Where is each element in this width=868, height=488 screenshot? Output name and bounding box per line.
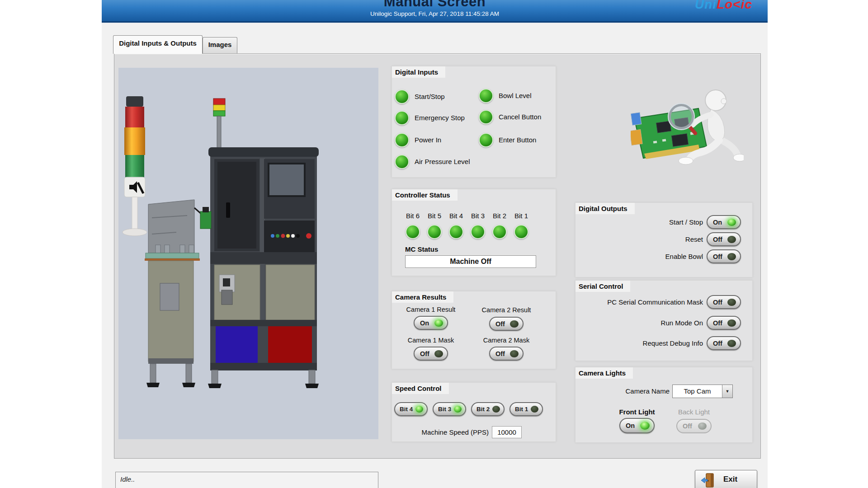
toggle-speed-bit4-label: Bit 4 bbox=[400, 406, 413, 413]
exit-button-label: Exit bbox=[723, 475, 737, 484]
toggle-camera2-mask-state: Off bbox=[495, 350, 505, 357]
page-title: Manual Screen bbox=[102, 0, 768, 10]
label-run-mode-on: Run Mode On bbox=[580, 319, 703, 327]
toggle-pc-serial-mask-led-icon bbox=[727, 299, 736, 306]
led-bit5 bbox=[427, 225, 442, 239]
toggle-request-debug-info[interactable]: Off bbox=[707, 336, 741, 350]
digital-outputs-group: Digital Outputs Start / Stop On Reset Of… bbox=[575, 202, 753, 277]
label-emergency-stop: Emergency Stop bbox=[415, 114, 465, 122]
label-output-reset: Reset bbox=[580, 235, 703, 243]
digital-inputs-title: Digital Inputs bbox=[392, 66, 445, 78]
toggle-output-reset[interactable]: Off bbox=[707, 232, 741, 246]
toggle-front-light[interactable]: On bbox=[619, 418, 655, 433]
led-emergency-stop bbox=[395, 111, 409, 125]
label-air-pressure: Air Pressure Level bbox=[415, 158, 470, 165]
tab-digital-inputs-outputs[interactable]: Digital Inputs & Outputs bbox=[113, 35, 203, 54]
toggle-output-enable-bowl[interactable]: Off bbox=[707, 249, 741, 263]
toggle-camera2-result[interactable]: Off bbox=[489, 317, 524, 331]
inspection-clipart-svg bbox=[631, 87, 744, 168]
toggle-speed-bit2-led-icon bbox=[492, 406, 500, 413]
exit-button[interactable]: Exit bbox=[695, 470, 757, 488]
machine-speed-input[interactable] bbox=[492, 426, 522, 438]
machine-beacon bbox=[213, 99, 225, 148]
toggle-camera1-mask[interactable]: Off bbox=[414, 347, 448, 361]
toggle-camera2-result-state: Off bbox=[495, 320, 505, 328]
toggle-front-light-state: On bbox=[626, 422, 635, 429]
status-bar: Idle.. bbox=[115, 472, 378, 488]
label-start-stop: Start/Stop bbox=[415, 93, 445, 100]
camera-name-label: Camera Name bbox=[579, 387, 670, 395]
toggle-camera2-mask[interactable]: Off bbox=[489, 347, 524, 361]
app-root: Manual Screen Unilogic Support, Fri, Apr… bbox=[0, 0, 868, 488]
unilogic-logo: UniLo<ic bbox=[695, 0, 752, 12]
toggle-speed-bit3[interactable]: Bit 3 bbox=[433, 402, 466, 416]
logo-part-blue: Uni bbox=[695, 0, 717, 11]
led-bowl-level bbox=[479, 89, 493, 103]
speed-control-title: Speed Control bbox=[392, 383, 449, 394]
toggle-output-reset-state: Off bbox=[713, 236, 722, 243]
tab-images[interactable]: Images bbox=[203, 37, 237, 54]
camera-name-value: Top Cam bbox=[673, 385, 722, 398]
toggle-speed-bit2-label: Bit 2 bbox=[476, 406, 490, 413]
serial-control-group: Serial Control PC Serial Communication M… bbox=[575, 280, 753, 361]
label-enter-button: Enter Button bbox=[499, 136, 536, 144]
camera-lights-group: Camera Lights Camera Name Top Cam ▼ Fron… bbox=[575, 367, 753, 443]
toggle-run-mode-on[interactable]: Off bbox=[707, 316, 741, 330]
label-cancel-button: Cancel Button bbox=[499, 113, 541, 121]
toggle-back-light-state: Off bbox=[683, 422, 692, 430]
machine-illustration bbox=[118, 68, 378, 439]
toggle-request-debug-info-state: Off bbox=[713, 340, 722, 347]
toggle-speed-bit3-led-icon bbox=[454, 406, 462, 413]
header-subtitle: Unilogic Support, Fri, Apr 27, 2018 11:4… bbox=[102, 10, 768, 17]
led-power-in bbox=[395, 133, 409, 147]
digital-outputs-title: Digital Outputs bbox=[576, 203, 635, 214]
label-camera2-mask: Camera 2 Mask bbox=[470, 337, 542, 344]
toggle-output-enable-bowl-state: Off bbox=[713, 253, 722, 260]
led-start-stop bbox=[395, 89, 409, 104]
camera-results-group: Camera Results Camera 1 Result Camera 2 … bbox=[392, 291, 556, 369]
mc-status-value: Machine Off bbox=[405, 255, 536, 268]
toggle-run-mode-on-state: Off bbox=[713, 319, 722, 327]
chevron-down-icon[interactable]: ▼ bbox=[722, 385, 732, 398]
toggle-output-start-stop[interactable]: On bbox=[707, 215, 741, 229]
label-power-in: Power In bbox=[415, 136, 441, 144]
toggle-camera1-result[interactable]: On bbox=[414, 316, 448, 330]
led-bit6 bbox=[406, 225, 420, 239]
label-camera2-result: Camera 2 Result bbox=[470, 306, 542, 314]
label-camera1-mask: Camera 1 Mask bbox=[395, 337, 467, 344]
bowl-feeder bbox=[145, 200, 211, 387]
toggle-speed-bit2[interactable]: Bit 2 bbox=[471, 402, 505, 416]
toggle-camera1-mask-led-icon bbox=[434, 350, 443, 357]
camera-name-dropdown[interactable]: Top Cam ▼ bbox=[672, 385, 733, 398]
toggle-speed-bit1-label: Bit 1 bbox=[515, 406, 528, 413]
label-bowl-level: Bowl Level bbox=[499, 92, 532, 99]
toggle-camera2-result-led-icon bbox=[510, 320, 519, 328]
speed-control-group: Speed Control Bit 4 Bit 3 Bit 2 Bit 1 Ma… bbox=[392, 382, 556, 442]
machine-speed-label: Machine Speed (PPS) bbox=[398, 428, 489, 436]
toggle-camera1-result-state: On bbox=[420, 319, 429, 327]
header-bar: Manual Screen Unilogic Support, Fri, Apr… bbox=[102, 0, 768, 23]
label-pc-serial-mask: PC Serial Communication Mask bbox=[580, 298, 703, 306]
label-camera1-result: Camera 1 Result bbox=[395, 306, 467, 313]
label-request-debug-info: Request Debug Info bbox=[580, 339, 703, 347]
status-text: Idle.. bbox=[120, 475, 135, 483]
digital-inputs-group: Digital Inputs Start/Stop Emergency Stop… bbox=[392, 66, 556, 178]
led-bit3 bbox=[471, 225, 485, 239]
machine-cabinet bbox=[208, 147, 319, 388]
toggle-speed-bit1[interactable]: Bit 1 bbox=[509, 402, 543, 416]
toggle-speed-bit1-led-icon bbox=[531, 406, 538, 413]
led-cancel-button bbox=[479, 110, 493, 124]
toggle-pc-serial-mask[interactable]: Off bbox=[707, 295, 741, 309]
toggle-output-start-stop-led-icon bbox=[727, 219, 736, 226]
toggle-output-start-stop-state: On bbox=[713, 219, 722, 226]
camera-lights-title: Camera Lights bbox=[576, 367, 633, 379]
led-bit1 bbox=[514, 225, 528, 239]
toggle-speed-bit4[interactable]: Bit 4 bbox=[394, 402, 428, 416]
controller-status-group: Controller Status Bit 6 Bit 5 Bit 4 Bit … bbox=[392, 189, 556, 276]
led-bit2 bbox=[492, 225, 507, 239]
toggle-run-mode-on-led-icon bbox=[727, 319, 736, 327]
exit-door-icon bbox=[701, 473, 716, 488]
machine-illustration-svg bbox=[118, 68, 378, 439]
label-output-start-stop: Start / Stop bbox=[580, 218, 703, 226]
toggle-back-light: Off bbox=[676, 419, 712, 433]
